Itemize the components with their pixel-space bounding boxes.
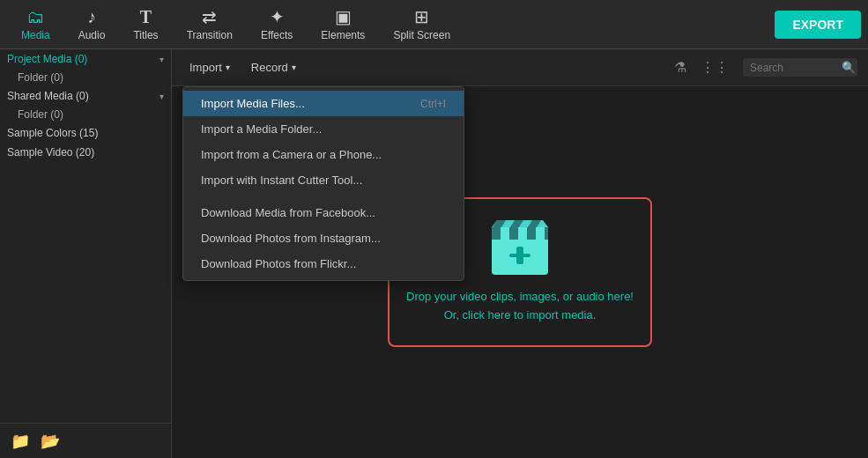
- import-chevron-icon: ▾: [226, 63, 230, 72]
- audio-icon: ♪: [87, 8, 96, 26]
- import-button[interactable]: Import ▾: [182, 57, 237, 78]
- record-button[interactable]: Record ▾: [244, 57, 303, 78]
- menu-item-import-folder[interactable]: Import a Media Folder...: [183, 116, 464, 142]
- sidebar-item-folder-0[interactable]: Folder (0): [0, 69, 171, 86]
- menu-separator: [183, 193, 464, 200]
- sidebar-content: Project Media (0) ▾ Folder (0) Shared Me…: [0, 49, 171, 423]
- search-box: 🔍: [743, 58, 857, 77]
- export-button[interactable]: EXPORT: [775, 11, 861, 39]
- sidebar: Project Media (0) ▾ Folder (0) Shared Me…: [0, 49, 172, 458]
- svg-rect-5: [509, 227, 518, 240]
- search-icon: 🔍: [842, 61, 856, 74]
- sidebar-item-sample-video[interactable]: Sample Video (20): [0, 143, 171, 162]
- new-folder-icon[interactable]: 📁: [11, 432, 30, 451]
- svg-rect-6: [527, 227, 536, 240]
- chevron-right-icon: ▾: [160, 92, 164, 101]
- toolbar-media[interactable]: 🗂 Media: [7, 4, 64, 45]
- media-icon: 🗂: [26, 8, 44, 26]
- folder-icon[interactable]: 📂: [41, 432, 60, 451]
- main-layout: Project Media (0) ▾ Folder (0) Shared Me…: [0, 49, 868, 458]
- import-dropdown-menu: Import Media Files... Ctrl+I Import a Me…: [182, 86, 464, 281]
- menu-item-import-instant-cutter[interactable]: Import with Instant Cutter Tool...: [183, 167, 464, 193]
- sidebar-item-project-media[interactable]: Project Media (0) ▾: [0, 49, 171, 69]
- chevron-down-icon: ▾: [160, 55, 164, 64]
- menu-item-download-flickr[interactable]: Download Photos from Flickr...: [183, 251, 464, 277]
- content-area: Import ▾ Record ▾ ⚗ ⋮⋮ 🔍 Import Media Fi…: [172, 49, 868, 458]
- toolbar-elements[interactable]: ▣ Elements: [307, 4, 379, 45]
- search-input[interactable]: [750, 62, 838, 74]
- import-bar: Import ▾ Record ▾ ⚗ ⋮⋮ 🔍: [172, 49, 868, 86]
- grid-icon[interactable]: ⋮⋮: [701, 59, 729, 76]
- transition-icon: ⇄: [202, 8, 217, 26]
- split-screen-icon: ⊞: [414, 8, 429, 26]
- sidebar-footer: 📁 📂: [0, 423, 171, 458]
- toolbar-effects[interactable]: ✦ Effects: [247, 4, 307, 45]
- record-chevron-icon: ▾: [292, 63, 296, 72]
- svg-rect-7: [545, 227, 548, 240]
- menu-item-download-instagram[interactable]: Download Photos from Instagram...: [183, 225, 464, 251]
- menu-item-download-facebook[interactable]: Download Media from Facebook...: [183, 200, 464, 225]
- sidebar-item-sample-colors[interactable]: Sample Colors (15): [0, 123, 171, 143]
- drop-zone-text: Drop your video clips, images, or audio …: [406, 288, 634, 325]
- toolbar-split-screen[interactable]: ⊞ Split Screen: [379, 4, 464, 45]
- svg-rect-2: [509, 254, 530, 257]
- elements-icon: ▣: [335, 8, 352, 26]
- sidebar-item-shared-media[interactable]: Shared Media (0) ▾: [0, 86, 171, 106]
- effects-icon: ✦: [270, 8, 285, 26]
- titles-icon: T: [140, 8, 152, 26]
- clapperboard-icon: [488, 220, 552, 277]
- toolbar-audio[interactable]: ♪ Audio: [64, 4, 120, 45]
- svg-rect-4: [492, 227, 501, 240]
- filter-icon[interactable]: ⚗: [674, 59, 686, 76]
- menu-item-import-camera[interactable]: Import from a Camera or a Phone...: [183, 142, 464, 167]
- toolbar-transition[interactable]: ⇄ Transition: [173, 4, 247, 45]
- menu-item-import-files[interactable]: Import Media Files... Ctrl+I: [183, 91, 464, 116]
- sidebar-item-folder-1[interactable]: Folder (0): [0, 106, 171, 123]
- toolbar-titles[interactable]: T Titles: [119, 4, 172, 45]
- toolbar: 🗂 Media ♪ Audio T Titles ⇄ Transition ✦ …: [0, 0, 868, 49]
